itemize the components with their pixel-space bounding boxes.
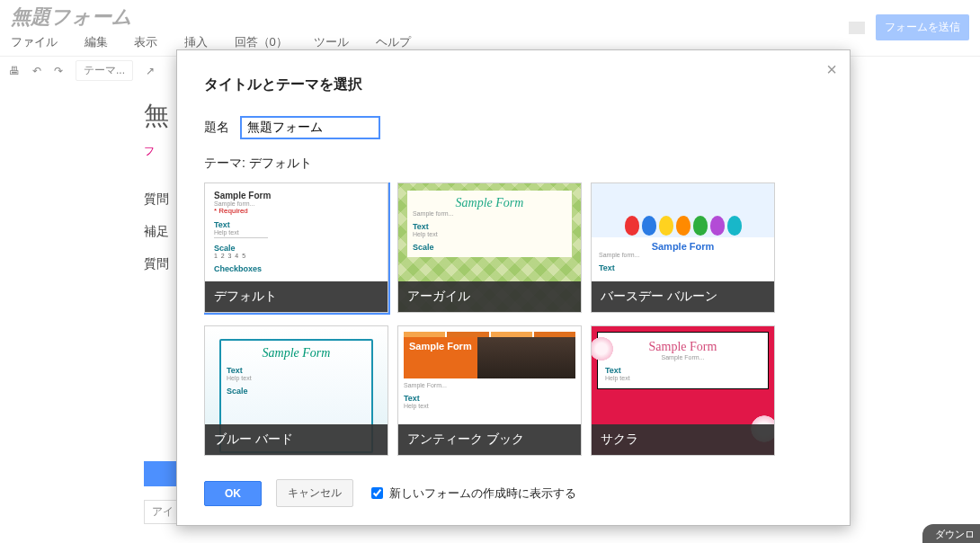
theme-card-sakura[interactable]: Sample Form Sample Form... Text Help tex… — [591, 325, 775, 456]
ok-button[interactable]: OK — [204, 481, 262, 506]
theme-name-argyle: アーガイル — [398, 281, 581, 312]
theme-name-antiquebook: アンティーク ブック — [398, 424, 581, 455]
theme-name-balloons: バースデー バルーン — [592, 281, 774, 312]
theme-card-balloons[interactable]: Sample Form Sample form... Text バースデー バル… — [591, 182, 775, 313]
dialog-title: タイトルとテーマを選択 — [204, 76, 823, 94]
form-title-input[interactable] — [240, 116, 380, 139]
show-on-create-checkbox[interactable]: 新しいフォームの作成時に表示する — [368, 485, 576, 502]
theme-card-argyle[interactable]: Sample Form Sample form... Text Help tex… — [397, 182, 582, 313]
download-pill[interactable]: ダウンロ — [922, 524, 980, 543]
theme-name-bluebird: ブルー バード — [205, 424, 388, 455]
theme-card-antiquebook[interactable]: Sample Form Sample Form... Text Help tex… — [397, 325, 582, 456]
theme-name-default: デフォルト — [205, 281, 388, 312]
theme-dialog: × タイトルとテーマを選択 題名 テーマ: デフォルト Sample Form … — [176, 49, 851, 526]
themes-grid: Sample Form Sample form... * Required Te… — [204, 182, 823, 456]
theme-card-bluebird[interactable]: Sample Form Text Help text Scale ブルー バード — [204, 325, 388, 456]
cancel-button[interactable]: キャンセル — [276, 479, 353, 507]
theme-name-sakura: サクラ — [592, 424, 774, 455]
close-icon[interactable]: × — [826, 59, 837, 80]
theme-card-default[interactable]: Sample Form Sample form... * Required Te… — [204, 182, 388, 313]
show-on-create-checkbox-input[interactable] — [371, 487, 383, 499]
current-theme-label: テーマ: デフォルト — [204, 156, 823, 172]
title-field-label: 題名 — [204, 120, 240, 136]
dialog-footer: OK キャンセル 新しいフォームの作成時に表示する — [177, 470, 850, 525]
